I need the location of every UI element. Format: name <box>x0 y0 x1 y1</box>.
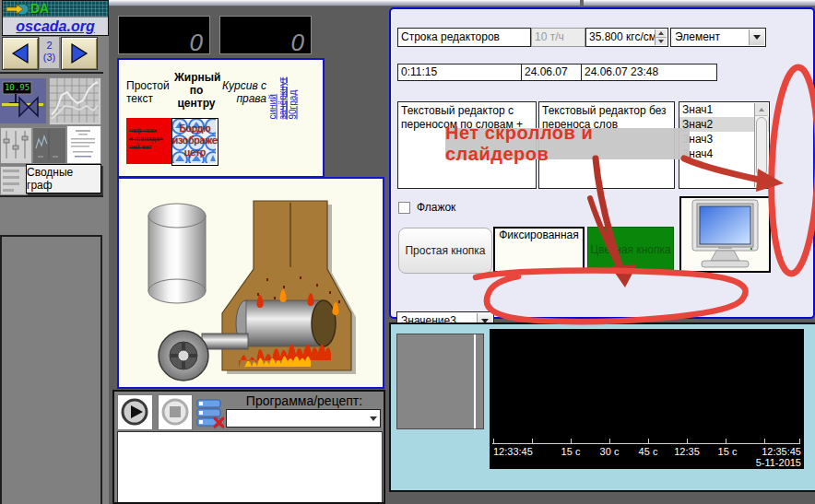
time-edit[interactable]: 0:11:15 <box>398 64 522 80</box>
color-button-label: Цветная кнопка <box>590 243 670 256</box>
stop-icon <box>160 397 191 428</box>
axis-label: 12:35:45 <box>762 446 801 457</box>
image-caption-line2: изображе <box>172 135 218 147</box>
tiled-image-box: Бордю изображе цетр <box>171 118 219 166</box>
red-box-line2: и-фамада+ <box>129 135 171 143</box>
legend-cursor-line <box>474 334 476 428</box>
image-caption-line3: цетр <box>172 147 218 158</box>
element-combo-arrow <box>749 29 764 45</box>
values-listbox[interactable]: Знач1 Знач2 Знач3 Знач4 <box>679 101 770 189</box>
logo-arrow-icon <box>6 2 30 17</box>
boiler-illustration <box>119 179 379 383</box>
sidebar-separator <box>0 72 103 74</box>
axis-label: 15 с <box>561 446 581 457</box>
sliders-thumbnail[interactable] <box>0 127 32 164</box>
red-box-line3: чей-евт <box>129 143 171 151</box>
stop-button[interactable] <box>158 394 193 430</box>
top-scrollbar-divider <box>580 0 584 6</box>
dark-panel-thumbnail[interactable] <box>32 127 66 164</box>
list-delete-icon <box>196 398 224 428</box>
element-combo[interactable]: Элемент <box>670 28 766 47</box>
time-axis <box>492 443 800 444</box>
valve-gauge-icon: 10.95 <box>0 78 46 123</box>
screen: DA oscada.org 2 (3) 10.95 <box>0 0 815 504</box>
program-panel: Программа/рецепт: <box>112 390 385 504</box>
table-thumbnail-icon <box>1 167 24 193</box>
line-edit[interactable]: Строка редакторов <box>397 28 531 47</box>
annotation-note-box: Нет скроллов и слайдеров <box>445 128 690 159</box>
simple-button[interactable]: Простая кнопка <box>398 228 492 274</box>
datetime-edit[interactable]: 24.06.07 23:48 <box>582 64 716 80</box>
fixed-button-label: Фиксированная <box>499 229 579 241</box>
chart-thumbnail[interactable] <box>49 77 101 125</box>
summary-graphs-button[interactable]: Сводные граф <box>26 164 101 193</box>
red-strikethrough-box: чеф-чсех и-фамада+ чей-евт <box>126 118 171 164</box>
boiler-mnemonic-panel <box>117 177 384 389</box>
next-page-button[interactable] <box>61 37 98 70</box>
prev-page-button[interactable] <box>2 37 39 70</box>
axis-label: 15 с <box>718 446 738 457</box>
program-label: Программа/рецепт: <box>226 393 383 408</box>
axis-label: 30 с <box>600 446 620 457</box>
axis-label: 12:35 <box>674 446 700 457</box>
disabled-edit: 10 т/ч <box>531 28 585 47</box>
scrollbar-up-button[interactable] <box>755 103 768 116</box>
play-button[interactable] <box>117 394 153 430</box>
checkbox[interactable] <box>398 202 410 214</box>
text-styles-panel: Простой текст Жирный по центру Курсив с … <box>117 58 325 178</box>
annotation-note-text: Нет скроллов и слайдеров <box>445 123 690 165</box>
document-thumbnail[interactable] <box>66 125 101 164</box>
chart-thumbnail-icon <box>50 78 99 123</box>
monitor-icon <box>681 198 769 271</box>
program-combo-arrow <box>367 411 379 426</box>
spinbox[interactable]: 35.800 кгс/см2 <box>585 28 668 47</box>
program-combo[interactable] <box>226 409 381 428</box>
axis-label: 45 с <box>639 446 658 457</box>
gauge-value: 10.95 <box>5 83 30 92</box>
page-total: (3) <box>40 52 59 64</box>
top-scrollbar[interactable] <box>109 0 815 6</box>
trend-panel: 12:33:45 15 с 30 с 45 с 12:35 15 с 12:35… <box>389 322 815 492</box>
program-textarea[interactable] <box>117 431 383 504</box>
scrollbar-thumb[interactable] <box>756 117 767 176</box>
table-thumbnail[interactable] <box>0 166 27 195</box>
vertical-text-line3: 90град <box>288 64 298 120</box>
vertical-text-line1: синий <box>267 64 278 120</box>
checkbox-label: Флажок <box>417 201 455 214</box>
spin-down-button[interactable] <box>656 38 667 45</box>
oscada-logo: DA oscada.org <box>2 0 109 36</box>
list-delete-button[interactable] <box>196 398 224 428</box>
valve-gauge-thumbnail[interactable]: 10.95 <box>0 78 46 123</box>
arrow-right-icon <box>69 42 89 64</box>
axis-date: 5-11-2015 <box>756 457 801 468</box>
italic-right-text: Курсив с права <box>220 79 266 105</box>
listbox-scrollbar[interactable] <box>754 103 768 187</box>
summary-graphs-label: Сводные граф <box>27 166 100 192</box>
arrow-left-icon <box>10 42 30 64</box>
vertical-text-line2: зачёркнут <box>278 64 288 120</box>
red-box-line1: чеф-чсех <box>129 126 171 135</box>
color-button[interactable]: Цветная кнопка <box>587 227 674 273</box>
vertical-blue-text: синий зачёркнут 90град <box>267 64 298 120</box>
plain-text: Простой текст <box>126 79 174 105</box>
logo-pattern: DA <box>3 1 108 17</box>
monitor-image-box <box>679 196 771 273</box>
fixed-button[interactable]: Фиксированная <box>493 227 585 273</box>
logo-da-text: DA <box>30 1 49 16</box>
date-edit[interactable]: 24.06.07 <box>522 64 582 80</box>
image-caption-line1: Бордю <box>172 123 218 135</box>
page-indicator: 2 (3) <box>40 37 59 68</box>
sliders-thumbnail-icon <box>1 128 30 161</box>
axis-label: 12:33:45 <box>493 446 533 457</box>
document-thumbnail-icon <box>67 126 99 161</box>
image-caption: Бордю изображе цетр <box>172 123 218 158</box>
bold-centered-text: Жирный по центру <box>174 71 219 110</box>
logo-site-text: oscada.org <box>16 18 94 34</box>
spin-up-button[interactable] <box>656 29 667 38</box>
spinbox-value: 35.800 кгс/см2 <box>589 30 663 43</box>
empty-frame <box>0 235 102 504</box>
trend-legend-box <box>396 334 484 429</box>
sidebar-separator-2 <box>0 195 103 197</box>
play-icon <box>120 397 150 428</box>
lcd-display-2: 0 <box>219 16 312 54</box>
